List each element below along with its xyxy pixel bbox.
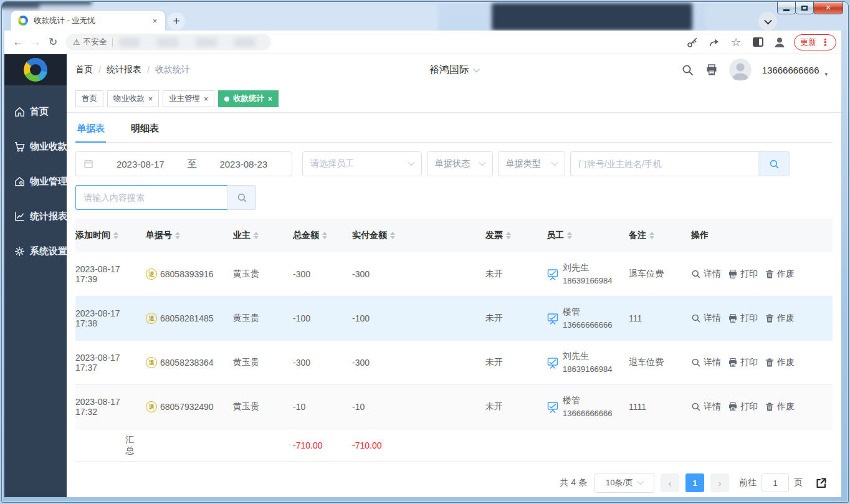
avatar[interactable] (729, 59, 752, 81)
bill-no: 68057932490 (160, 402, 214, 412)
cell-add-time: 2023-08-17 17:32 (75, 397, 146, 417)
sort-caret-icon[interactable] (113, 232, 118, 239)
date-end[interactable]: 2023-08-23 (203, 159, 285, 169)
view-tag[interactable]: 业主管理 × (163, 90, 214, 107)
tag-close-icon[interactable]: × (268, 95, 272, 103)
sort-caret-icon[interactable] (567, 232, 572, 239)
sort-caret-icon[interactable] (322, 232, 327, 239)
sidebar-item-home[interactable]: 首页 (4, 94, 67, 129)
bookmark-star-button[interactable]: ☆ (728, 35, 743, 50)
print-label: 打印 (740, 357, 758, 368)
page-size-select[interactable]: 10条/页 (595, 473, 654, 493)
void-button[interactable]: 作废 (765, 401, 795, 412)
view-tag[interactable]: 物业收款 × (107, 90, 159, 107)
void-button[interactable]: 作废 (765, 313, 795, 324)
sort-caret-icon[interactable] (390, 232, 395, 239)
column-header[interactable]: 员工 (547, 230, 629, 241)
void-button[interactable]: 作废 (765, 269, 795, 280)
minimize-icon (783, 9, 790, 11)
sort-caret-icon[interactable] (254, 232, 259, 239)
owner-search-input[interactable] (570, 151, 758, 176)
owner-search-button[interactable] (758, 151, 790, 176)
tab-close-icon[interactable]: × (150, 16, 160, 26)
column-header[interactable]: 添加时间 (75, 230, 146, 241)
detail-button[interactable]: 详情 (691, 269, 721, 280)
breadcrumb-item[interactable]: 统计报表 (107, 64, 141, 75)
employee-phone: 13666666666 (563, 318, 613, 331)
detail-button[interactable]: 详情 (691, 313, 721, 324)
void-button[interactable]: 作废 (765, 357, 795, 368)
password-key-button[interactable] (685, 35, 700, 50)
employee-board-icon (547, 356, 559, 369)
date-start[interactable]: 2023-08-17 (100, 159, 181, 169)
sort-caret-icon[interactable] (649, 232, 654, 239)
tab-search-button[interactable] (758, 12, 777, 31)
column-header[interactable]: 发票 (485, 230, 547, 241)
detail-button[interactable]: 详情 (691, 357, 721, 368)
view-tag[interactable]: 首页 (75, 90, 103, 107)
employee-name: 楼管 (563, 305, 613, 318)
account-name[interactable]: 13666666666 (762, 65, 819, 75)
keyword-search-button[interactable] (227, 185, 256, 210)
sidebar-item-property-manage[interactable]: 物业管理 (4, 164, 67, 199)
window-maximize-button[interactable] (795, 2, 814, 14)
community-name: 裕鸿国际 (429, 64, 469, 77)
community-selector[interactable]: 裕鸿国际 (429, 64, 479, 77)
reload-button[interactable]: ↻ (44, 34, 62, 51)
export-button[interactable] (814, 475, 829, 490)
share-button[interactable] (707, 35, 722, 50)
chevron-down-icon[interactable]: ▾ (824, 71, 828, 77)
search-icon (237, 193, 247, 203)
window-close-button[interactable]: ✕ (813, 2, 843, 14)
next-page-button[interactable]: › (710, 473, 729, 492)
tag-close-icon[interactable]: × (204, 95, 208, 103)
prev-page-button[interactable]: ‹ (661, 473, 679, 492)
date-range-picker[interactable]: 2023-08-17 至 2023-08-23 (75, 151, 292, 176)
breadcrumb-item[interactable]: 首页 (75, 64, 93, 75)
cell-remark: 111 (629, 313, 691, 323)
employee-name: 刘先生 (563, 261, 613, 274)
column-header[interactable]: 备注 (629, 230, 691, 241)
print-button[interactable]: 打印 (728, 357, 758, 368)
refund-coin-icon: 退 (146, 401, 157, 412)
print-button[interactable]: 打印 (728, 401, 758, 412)
browser-update-button[interactable]: 更新 ⋮ (794, 34, 836, 50)
maximize-icon (801, 6, 808, 11)
sidebar-item-settings[interactable]: 系统设置 (4, 234, 67, 269)
tab-active[interactable]: 单据表 (75, 120, 106, 143)
new-tab-button[interactable]: + (168, 12, 185, 30)
print-button[interactable]: 打印 (728, 313, 758, 324)
forward-button[interactable]: → (27, 34, 44, 51)
window-minimize-button[interactable] (777, 2, 796, 14)
sidebar-item-report[interactable]: 统计报表 (4, 199, 67, 234)
detail-button[interactable]: 详情 (691, 401, 721, 412)
column-header-label: 单据号 (146, 230, 172, 241)
back-button[interactable]: ← (9, 34, 27, 51)
employee-select[interactable]: 请选择员工 (302, 151, 422, 176)
column-header[interactable]: 总金额 (293, 230, 352, 241)
sort-caret-icon[interactable] (175, 232, 180, 239)
sidebar-item-property-payment[interactable]: 物业收款 (4, 129, 67, 164)
print-button[interactable]: 打印 (728, 269, 758, 280)
current-page-button[interactable]: 1 (685, 473, 704, 492)
breadcrumb-item[interactable]: 收款统计 (155, 64, 190, 75)
tab-inactive[interactable]: 明细表 (130, 120, 160, 143)
browser-profile-button[interactable] (772, 35, 787, 50)
keyword-search-input[interactable] (75, 185, 227, 210)
tag-close-icon[interactable]: × (148, 95, 153, 103)
header-search-button[interactable] (680, 63, 694, 77)
bill-type-select[interactable]: 单据类型 (498, 151, 565, 176)
side-panel-button[interactable] (750, 35, 765, 50)
column-header[interactable]: 单据号 (146, 230, 233, 241)
trash-icon (765, 402, 775, 412)
bill-no: 68058393916 (160, 269, 214, 279)
view-tag[interactable]: 收款统计 × (218, 90, 279, 107)
header-print-button[interactable] (705, 63, 719, 77)
sort-caret-icon[interactable] (506, 232, 511, 239)
browser-tab[interactable]: 收款统计 - 业无忧 × (11, 11, 165, 31)
bill-status-select[interactable]: 单据状态 (427, 151, 493, 176)
goto-page-input[interactable] (762, 473, 789, 492)
address-bar[interactable]: ⚠ 不安全 (65, 34, 271, 50)
column-header[interactable]: 实付金额 (352, 230, 485, 241)
column-header[interactable]: 业主 (233, 230, 293, 241)
